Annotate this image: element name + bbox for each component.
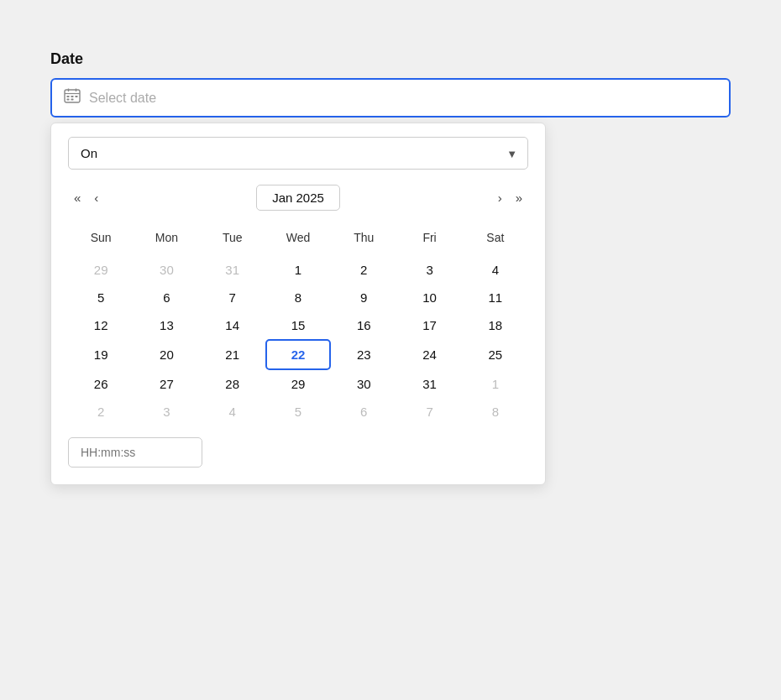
calendar-day[interactable]: 11 (463, 284, 528, 311)
calendar-week-row: 12131415161718 (68, 311, 528, 339)
calendar-day[interactable]: 21 (200, 339, 265, 370)
days-of-week-row: Sun Mon Tue Wed Thu Fri Sat (68, 226, 528, 256)
calendar-table: Sun Mon Tue Wed Thu Fri Sat 293031123456… (68, 226, 528, 426)
dow-sun: Sun (68, 226, 134, 256)
calendar-day[interactable]: 4 (200, 398, 265, 426)
calendar-week-row: 19202122232425 (68, 339, 528, 370)
calendar-week-row: 567891011 (68, 284, 528, 311)
calendar-day[interactable]: 1 (463, 370, 528, 398)
calendar-day[interactable]: 29 (68, 256, 134, 284)
calendar-day[interactable]: 27 (134, 370, 199, 398)
calendar-day[interactable]: 31 (200, 256, 265, 284)
calendar-day[interactable]: 10 (396, 284, 462, 311)
calendar-week-row: 2930311234 (68, 256, 528, 284)
calendar-day[interactable]: 17 (396, 311, 462, 339)
svg-rect-8 (71, 99, 74, 101)
calendar-day[interactable]: 8 (463, 398, 528, 426)
dow-mon: Mon (134, 226, 199, 256)
calendar-day[interactable]: 24 (396, 339, 462, 370)
dow-fri: Fri (396, 226, 462, 256)
time-input-wrapper (68, 437, 528, 468)
calendar-day[interactable]: 5 (265, 398, 331, 426)
calendar-day[interactable]: 9 (331, 284, 396, 311)
calendar-day[interactable]: 19 (68, 339, 134, 370)
calendar-day[interactable]: 18 (463, 311, 528, 339)
calendar-day[interactable]: 13 (134, 311, 199, 339)
calendar-day[interactable]: 2 (331, 256, 396, 284)
nav-left-group: « ‹ (68, 188, 104, 207)
calendar-day[interactable]: 28 (200, 370, 265, 398)
page-container: Date Select date On Before After (25, 25, 756, 510)
dow-wed: Wed (265, 226, 331, 256)
prev-month-button[interactable]: ‹ (88, 188, 104, 207)
calendar-day[interactable]: 8 (265, 284, 331, 311)
calendar-day[interactable]: 15 (265, 311, 331, 339)
calendar-day[interactable]: 16 (331, 311, 396, 339)
next-month-button[interactable]: › (492, 188, 508, 207)
calendar-icon (64, 88, 81, 107)
dow-tue: Tue (200, 226, 265, 256)
nav-right-group: › » (492, 188, 528, 207)
time-input[interactable] (68, 437, 202, 468)
dow-sat: Sat (463, 226, 528, 256)
calendar-day[interactable]: 30 (331, 370, 396, 398)
calendar-day[interactable]: 14 (200, 311, 265, 339)
calendar-day[interactable]: 23 (331, 339, 396, 370)
calendar-day[interactable]: 7 (200, 284, 265, 311)
date-placeholder: Select date (89, 91, 156, 106)
calendar-day[interactable]: 22 (265, 339, 331, 370)
calendar-day[interactable]: 2 (68, 398, 134, 426)
calendar-day[interactable]: 4 (463, 256, 528, 284)
calendar-day[interactable]: 3 (134, 398, 199, 426)
calendar-day[interactable]: 26 (68, 370, 134, 398)
calendar-day[interactable]: 12 (68, 311, 134, 339)
calendar-nav: « ‹ Jan 2025 › » (68, 185, 528, 211)
calendar-day[interactable]: 6 (331, 398, 396, 426)
calendar-day[interactable]: 30 (134, 256, 199, 284)
calendar-day[interactable]: 31 (396, 370, 462, 398)
calendar-day[interactable]: 1 (265, 256, 331, 284)
prev-year-button[interactable]: « (68, 188, 86, 207)
svg-rect-6 (76, 96, 78, 97)
calendar-day[interactable]: 3 (396, 256, 462, 284)
calendar-day[interactable]: 5 (68, 284, 134, 311)
month-year-label[interactable]: Jan 2025 (256, 185, 340, 211)
calendar-day[interactable]: 29 (265, 370, 331, 398)
filter-select[interactable]: On Before After Between (68, 137, 528, 170)
filter-select-wrapper[interactable]: On Before After Between ▼ (68, 137, 528, 170)
calendar-day[interactable]: 7 (396, 398, 462, 426)
svg-rect-5 (71, 96, 74, 97)
calendar-week-row: 2627282930311 (68, 370, 528, 398)
calendar-day[interactable]: 20 (134, 339, 199, 370)
calendar-day[interactable]: 25 (463, 339, 528, 370)
date-label: Date (50, 50, 731, 68)
calendar-day[interactable]: 6 (134, 284, 199, 311)
svg-rect-4 (67, 96, 70, 97)
next-year-button[interactable]: » (510, 188, 528, 207)
calendar-dropdown: On Before After Between ▼ « ‹ Jan 2025 ›… (50, 123, 546, 485)
date-input-field[interactable]: Select date (50, 78, 731, 118)
calendar-week-row: 2345678 (68, 398, 528, 426)
dow-thu: Thu (331, 226, 396, 256)
svg-rect-7 (67, 99, 70, 101)
